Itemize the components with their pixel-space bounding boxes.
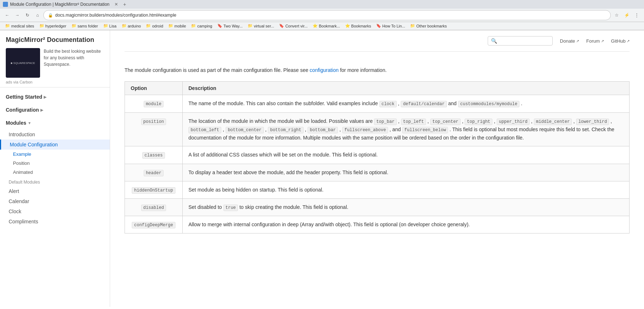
table-row: classesA list of additional CSS classes … <box>125 146 630 164</box>
option-cell: header <box>125 164 183 181</box>
external-link-icon: ↗ <box>576 39 579 43</box>
config-table: Option Description moduleThe name of the… <box>125 81 630 233</box>
bookmark-mobile[interactable]: 📁 mobile <box>166 23 188 29</box>
option-cell: disabled <box>125 198 183 216</box>
main-content: 🔍 Donate ↗ Forum ↗ GitHub ↗ <box>110 30 644 307</box>
nav-section-modules[interactable]: Modules ▼ <box>0 116 110 129</box>
tab-title: Module Configuration | MagicMirror² Docu… <box>10 2 109 7</box>
lock-icon: 🔒 <box>48 13 53 18</box>
sidebar-item-alert[interactable]: Alert <box>0 186 110 196</box>
chevron-right-icon: ▶ <box>40 108 43 112</box>
nav-section-configuration[interactable]: Configuration ▶ <box>0 103 110 116</box>
donate-link[interactable]: Donate ↗ <box>560 38 579 44</box>
bookmark-sams[interactable]: 📁 sams folder <box>69 23 100 29</box>
ad-text: Build the best looking website for any b… <box>44 48 104 78</box>
external-link-icon: ↗ <box>627 39 630 43</box>
sidebar-subitem-animated[interactable]: Animated <box>0 168 110 177</box>
search-icon: 🔍 <box>491 38 497 44</box>
sidebar-item-compliments[interactable]: Compliments <box>0 216 110 227</box>
option-cell: configDeepMerge <box>125 216 183 233</box>
description-cell: The name of the module. This can also co… <box>183 95 630 112</box>
col-header-description: Description <box>183 82 630 95</box>
star-button[interactable]: ☆ <box>612 11 621 20</box>
reload-button[interactable]: ↻ <box>23 11 32 20</box>
back-button[interactable]: ← <box>3 11 12 20</box>
chevron-right-icon: ▶ <box>44 95 47 99</box>
sidebar-subitem-example[interactable]: Example <box>0 150 110 159</box>
bookmark-twoway[interactable]: 🔖 Two Way... <box>215 23 245 29</box>
bookmark-bookmarkstar[interactable]: ⭐ Bookmark... <box>310 23 342 29</box>
bookmark-hyperledger[interactable]: 📁 hyperledger <box>37 23 69 29</box>
sidebar-item-calendar[interactable]: Calendar <box>0 196 110 206</box>
sidebar-item-clock[interactable]: Clock <box>0 206 110 216</box>
new-tab-button[interactable]: + <box>123 1 126 7</box>
bookmark-arduino[interactable]: 📁 arduino <box>119 23 143 29</box>
table-row: disabledSet disabled to true to skip cre… <box>125 198 630 216</box>
configuration-link[interactable]: configuration <box>310 67 339 73</box>
option-cell: classes <box>125 146 183 164</box>
option-cell: module <box>125 95 183 112</box>
search-container: 🔍 <box>488 36 553 46</box>
option-cell: position <box>125 112 183 146</box>
address-bar[interactable]: 🔒 docs.magicmirror.builders/modules/conf… <box>43 10 611 20</box>
description-cell: Set disabled to true to skip creating th… <box>183 198 630 216</box>
option-cell: hiddenOnStartup <box>125 181 183 198</box>
search-input[interactable] <box>499 38 549 44</box>
url-text: docs.magicmirror.builders/modules/config… <box>55 13 176 18</box>
description-cell: Set module as being hidden on startup. T… <box>183 181 630 198</box>
tab-favicon <box>3 2 8 7</box>
menu-button[interactable]: ⋮ <box>632 11 641 20</box>
intro-paragraph: The module configuration is used as part… <box>125 66 630 74</box>
table-row: hiddenOnStartupSet module as being hidde… <box>125 181 630 198</box>
external-link-icon: ↗ <box>601 39 604 43</box>
sidebar-navigation: Getting Started ▶ Configuration ▶ Module… <box>0 87 110 229</box>
ad-image: ■ SQUARESPACE <box>6 48 40 78</box>
bookmark-lisa[interactable]: 📁 Lisa <box>101 23 119 29</box>
table-row: moduleThe name of the module. This can a… <box>125 95 630 112</box>
tab-close[interactable]: ✕ <box>114 2 118 7</box>
extensions-button[interactable]: ⚡ <box>622 11 631 20</box>
forward-button[interactable]: → <box>13 11 22 20</box>
bookmark-odroid[interactable]: 📁 odroid <box>144 23 165 29</box>
bookmark-camping[interactable]: 📁 camping <box>189 23 214 29</box>
home-button[interactable]: ⌂ <box>33 11 42 20</box>
bookmark-bookmarks[interactable]: ⭐ Bookmarks <box>343 23 373 29</box>
table-row: positionThe location of the module in wh… <box>125 112 630 146</box>
sidebar-item-introduction[interactable]: Introduction <box>0 129 110 140</box>
bookmark-virtual[interactable]: 📁 virtual ser... <box>245 23 276 29</box>
nav-group-default-modules: Default Modules <box>0 177 110 186</box>
chevron-down-icon: ▼ <box>28 121 31 125</box>
site-title: MagicMirror² Documentation <box>6 36 104 44</box>
description-cell: The location of the module in which the … <box>183 112 630 146</box>
description-cell: A list of additional CSS classes which w… <box>183 146 630 164</box>
col-header-option: Option <box>125 82 183 95</box>
sidebar-ad: ■ SQUARESPACE Build the best looking web… <box>6 48 104 84</box>
bookmark-convert[interactable]: 🔖 Convert vir... <box>277 23 310 29</box>
github-link[interactable]: GitHub ↗ <box>611 38 630 44</box>
sidebar-subitem-position[interactable]: Position <box>0 159 110 168</box>
bookmarks-bar: 📁 medical sites 📁 hyperledger 📁 sams fol… <box>0 22 644 30</box>
table-row: headerTo display a header text above the… <box>125 164 630 181</box>
bookmark-other[interactable]: 📁 Other bookmarks <box>408 23 449 29</box>
browser-nav-bar: ← → ↻ ⌂ 🔒 docs.magicmirror.builders/modu… <box>0 9 644 22</box>
sidebar: MagicMirror² Documentation ■ SQUARESPACE… <box>0 30 110 307</box>
bookmark-medical[interactable]: 📁 medical sites <box>3 23 36 29</box>
forum-link[interactable]: Forum ↗ <box>586 38 604 44</box>
table-row: configDeepMergeAllow to merge with inter… <box>125 216 630 233</box>
sidebar-item-module-configuration[interactable]: Module Configuration <box>0 140 110 150</box>
browser-titlebar: Module Configuration | MagicMirror² Docu… <box>0 0 644 9</box>
content-area: The module configuration is used as part… <box>125 59 630 241</box>
description-cell: Allow to merge with internal configurati… <box>183 216 630 233</box>
nav-section-getting-started[interactable]: Getting Started ▶ <box>0 90 110 103</box>
bookmark-howtolin[interactable]: 🔖 How To Lin... <box>374 23 407 29</box>
ad-attribution: ads via Carbon <box>6 80 104 84</box>
description-cell: To display a header text above the modul… <box>183 164 630 181</box>
